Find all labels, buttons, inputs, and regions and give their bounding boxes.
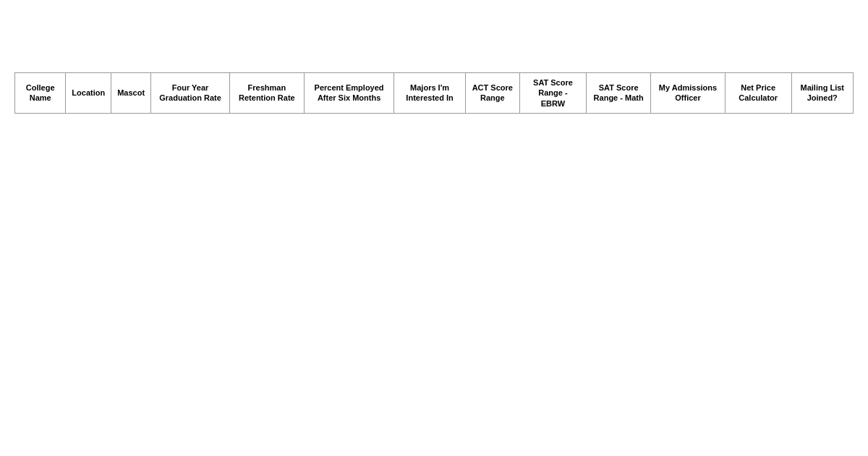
col-header-admissions-officer: My Admissions Officer	[651, 73, 726, 114]
col-header-mailing-list: Mailing List Joined?	[791, 73, 853, 114]
col-header-retention-rate: Freshman Retention Rate	[229, 73, 304, 114]
col-header-majors: Majors I'm Interested In	[394, 73, 465, 114]
page-container: College Name Location Mascot Four Year G…	[0, 0, 868, 456]
college-comparison-table: College Name Location Mascot Four Year G…	[14, 72, 854, 114]
col-header-sat-ebrw: SAT Score Range - EBRW	[519, 73, 586, 114]
col-header-college-name: College Name	[15, 73, 66, 114]
col-header-act: ACT Score Range	[465, 73, 519, 114]
table-wrapper: College Name Location Mascot Four Year G…	[14, 72, 854, 114]
col-header-net-price: Net Price Calculator	[725, 73, 791, 114]
col-header-mascot: Mascot	[111, 73, 151, 114]
col-header-location: Location	[66, 73, 111, 114]
col-header-graduation-rate: Four Year Graduation Rate	[151, 73, 230, 114]
col-header-sat-math: SAT Score Range - Math	[587, 73, 651, 114]
table-header-row: College Name Location Mascot Four Year G…	[15, 73, 854, 114]
col-header-employed: Percent Employed After Six Months	[304, 73, 394, 114]
